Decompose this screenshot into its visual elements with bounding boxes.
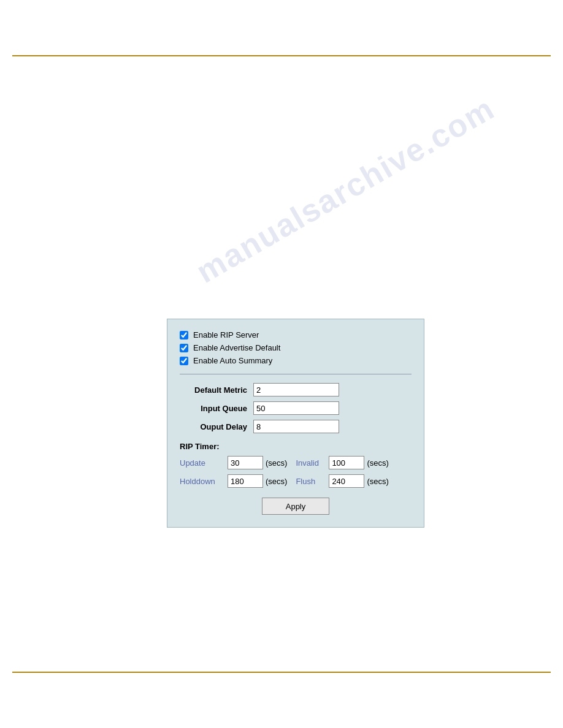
input-queue-label: Input Queue <box>180 404 247 413</box>
holddown-label: Holddown <box>180 477 228 486</box>
update-input[interactable] <box>228 456 263 469</box>
rip-timer-section: RIP Timer: Update (secs) Invalid (secs) … <box>180 442 412 488</box>
invalid-label: Invalid <box>296 458 329 468</box>
holddown-secs-label: (secs) <box>266 477 287 486</box>
enable-rip-server-label: Enable RIP Server <box>193 330 259 339</box>
output-delay-label: Ouput Delay <box>180 422 247 431</box>
rip-timer-title: RIP Timer: <box>180 442 412 451</box>
enable-advertise-default-checkbox[interactable] <box>180 344 188 352</box>
rip-settings-panel: Enable RIP Server Enable Advertise Defau… <box>167 319 424 528</box>
default-metric-input[interactable] <box>253 383 339 396</box>
input-queue-row: Input Queue <box>180 401 412 415</box>
section-divider <box>180 374 412 374</box>
watermark: manualsarchive.com <box>190 89 500 290</box>
apply-row: Apply <box>180 498 412 515</box>
flush-secs-label: (secs) <box>367 477 388 486</box>
enable-advertise-default-row: Enable Advertise Default <box>180 343 412 352</box>
update-secs-label: (secs) <box>266 458 287 468</box>
default-metric-row: Default Metric <box>180 383 412 396</box>
field-group: Default Metric Input Queue Ouput Delay <box>180 383 412 433</box>
output-delay-row: Ouput Delay <box>180 420 412 433</box>
input-queue-input[interactable] <box>253 401 339 415</box>
enable-auto-summary-checkbox[interactable] <box>180 357 188 365</box>
holddown-flush-row: Holddown (secs) Flush (secs) <box>180 474 412 488</box>
enable-rip-server-row: Enable RIP Server <box>180 330 412 339</box>
update-label: Update <box>180 458 228 468</box>
enable-advertise-default-label: Enable Advertise Default <box>193 343 280 352</box>
invalid-secs-label: (secs) <box>367 458 388 468</box>
enable-rip-server-checkbox[interactable] <box>180 331 188 339</box>
default-metric-label: Default Metric <box>180 385 247 395</box>
update-invalid-row: Update (secs) Invalid (secs) <box>180 456 412 469</box>
enable-auto-summary-label: Enable Auto Summary <box>193 356 272 365</box>
checkbox-group: Enable RIP Server Enable Advertise Defau… <box>180 330 412 365</box>
bottom-border <box>12 672 551 673</box>
top-border <box>12 55 551 56</box>
flush-input[interactable] <box>329 474 364 488</box>
apply-button[interactable]: Apply <box>262 498 329 515</box>
invalid-input[interactable] <box>329 456 364 469</box>
holddown-input[interactable] <box>228 474 263 488</box>
flush-label: Flush <box>296 477 329 486</box>
output-delay-input[interactable] <box>253 420 339 433</box>
enable-auto-summary-row: Enable Auto Summary <box>180 356 412 365</box>
